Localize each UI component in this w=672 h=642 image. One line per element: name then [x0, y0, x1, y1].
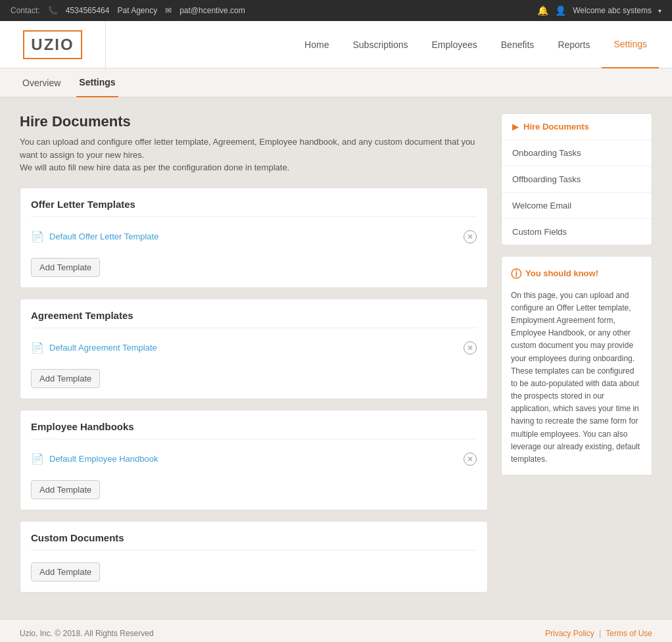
- footer-links: Privacy Policy | Terms of Use: [545, 629, 652, 638]
- right-nav: ▶ Hire Documents Onboarding Tasks Offboa…: [501, 113, 652, 245]
- privacy-policy-link[interactable]: Privacy Policy: [545, 629, 594, 638]
- logo-container: UZIO: [13, 25, 92, 64]
- notification-bell-icon[interactable]: 🔔: [537, 5, 548, 16]
- nav-home[interactable]: Home: [293, 21, 341, 68]
- agency-name: Pat Agency: [117, 6, 157, 15]
- phone-icon: 📞: [48, 6, 58, 15]
- nav-benefits[interactable]: Benefits: [489, 21, 546, 68]
- left-panel: Hire Documents You can upload and config…: [20, 113, 488, 603]
- active-nav-arrow-icon: ▶: [512, 122, 518, 132]
- add-handbook-button[interactable]: Add Template: [31, 480, 100, 499]
- footer: Uzio, Inc. © 2018. All Rights Reserved P…: [0, 619, 672, 643]
- custom-docs-section: Custom Documents Add Template: [20, 521, 488, 593]
- page-description: You can upload and configure offer lette…: [20, 136, 488, 174]
- add-offer-letter-button[interactable]: Add Template: [31, 258, 100, 277]
- default-handbook-item: 📄 Default Employee Handbook ✕: [31, 449, 477, 470]
- copyright-text: Uzio, Inc. © 2018. All Rights Reserved: [20, 629, 154, 638]
- default-agreement-item: 📄 Default Agreement Template ✕: [31, 337, 477, 358]
- top-bar: Contact: 📞 4534565464 Pat Agency ✉ pat@h…: [0, 0, 672, 21]
- add-agreement-button[interactable]: Add Template: [31, 369, 100, 388]
- doc-file-icon: 📄: [31, 230, 44, 243]
- add-custom-doc-button[interactable]: Add Template: [31, 562, 100, 581]
- default-handbook-link[interactable]: Default Employee Handbook: [49, 454, 158, 464]
- right-nav-welcome-email[interactable]: Welcome Email: [502, 193, 652, 219]
- user-profile-icon[interactable]: 👤: [555, 5, 566, 16]
- header: UZIO Home Subscriptions Employees Benefi…: [0, 21, 672, 68]
- remove-agreement-icon[interactable]: ✕: [464, 341, 477, 355]
- offer-letter-section: Offer Letter Templates 📄 Default Offer L…: [20, 187, 488, 288]
- default-agreement-link[interactable]: Default Agreement Template: [49, 343, 157, 353]
- contact-label: Contact:: [11, 6, 40, 15]
- top-bar-right: 🔔 👤 Welcome abc systems ▾: [537, 5, 661, 16]
- email-address: pat@hcentive.com: [180, 6, 245, 15]
- email-icon: ✉: [165, 6, 172, 15]
- info-box-text: On this page, you can upload and configu…: [511, 289, 642, 466]
- logo-box: UZIO: [23, 30, 82, 59]
- nav-settings[interactable]: Settings: [602, 21, 659, 68]
- nav-employees[interactable]: Employees: [420, 21, 489, 68]
- phone-number: 4534565464: [66, 6, 110, 15]
- custom-docs-title: Custom Documents: [31, 532, 477, 551]
- default-offer-letter-link[interactable]: Default Offer Letter Template: [49, 232, 158, 241]
- remove-offer-letter-icon[interactable]: ✕: [464, 230, 477, 243]
- agreement-title: Agreement Templates: [31, 310, 477, 328]
- right-nav-hire-docs[interactable]: ▶ Hire Documents: [502, 114, 652, 140]
- nav-reports[interactable]: Reports: [546, 21, 602, 68]
- remove-handbook-icon[interactable]: ✕: [464, 453, 477, 466]
- right-panel: ▶ Hire Documents Onboarding Tasks Offboa…: [501, 113, 652, 603]
- right-nav-custom-fields[interactable]: Custom Fields: [502, 219, 652, 245]
- agreement-section: Agreement Templates 📄 Default Agreement …: [20, 299, 488, 399]
- nav-subscriptions[interactable]: Subscriptions: [341, 21, 420, 68]
- handbook-title: Employee Handbooks: [31, 421, 477, 439]
- doc-file-icon: 📄: [31, 453, 44, 465]
- dropdown-chevron-icon[interactable]: ▾: [658, 7, 661, 14]
- terms-of-use-link[interactable]: Terms of Use: [606, 629, 652, 638]
- main-content: Hire Documents You can upload and config…: [0, 97, 672, 619]
- sub-nav: Overview Settings: [0, 68, 672, 97]
- nav-divider: [105, 21, 106, 68]
- right-nav-onboarding[interactable]: Onboarding Tasks: [502, 140, 652, 166]
- offer-letter-title: Offer Letter Templates: [31, 199, 477, 217]
- info-box-title: ⓘ You should know!: [511, 266, 642, 283]
- doc-file-icon: 📄: [31, 341, 44, 354]
- subnav-settings[interactable]: Settings: [76, 68, 118, 97]
- right-nav-offboarding[interactable]: Offboarding Tasks: [502, 166, 652, 193]
- welcome-text: Welcome abc systems: [573, 6, 652, 15]
- page-title: Hire Documents: [20, 113, 488, 130]
- default-offer-letter-item: 📄 Default Offer Letter Template ✕: [31, 226, 477, 247]
- logo-text: UZIO: [31, 36, 74, 53]
- main-nav: Home Subscriptions Employees Benefits Re…: [293, 21, 659, 68]
- subnav-overview[interactable]: Overview: [20, 68, 63, 97]
- handbook-section: Employee Handbooks 📄 Default Employee Ha…: [20, 410, 488, 510]
- info-box: ⓘ You should know! On this page, you can…: [501, 256, 652, 476]
- info-circle-icon: ⓘ: [511, 266, 521, 283]
